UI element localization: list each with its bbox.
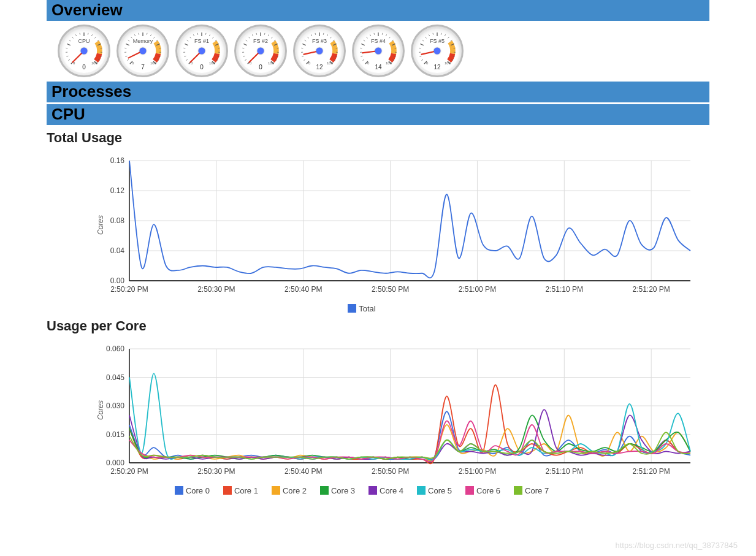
cpu-header: CPU [47,104,709,125]
svg-line-129 [374,33,375,35]
svg-line-108 [327,34,327,36]
overview-header: Overview [47,0,709,21]
chart-title-percore: Usage per Core [47,318,756,334]
svg-line-19 [98,59,100,61]
svg-line-90 [277,56,278,56]
gauge-value: 7 [118,64,167,70]
gauge-fs-5[interactable]: FS #5120100 [411,25,464,77]
svg-line-26 [125,56,127,56]
svg-line-73 [245,59,246,61]
svg-text:2:50:40 PM: 2:50:40 PM [284,467,322,476]
svg-line-9 [80,33,80,35]
legend-item[interactable]: Core 6 [465,486,500,495]
svg-line-2 [66,56,68,56]
gauge-row: CPU00100Memory70100FS #100100FS #200100F… [0,21,756,80]
svg-line-155 [441,33,441,35]
gauge-fs-2[interactable]: FS #200100 [234,25,287,77]
gauge-label: FS #5 [413,38,462,44]
legend-item[interactable]: Core 2 [272,486,307,495]
chart-per-core: Cores 0.0000.0150.0300.0450.0602:50:20 P… [47,337,756,484]
legend-item[interactable]: Core 0 [175,486,210,495]
svg-line-57 [197,33,198,35]
gauge-label: CPU [59,38,109,44]
svg-line-66 [218,56,220,56]
svg-text:2:50:50 PM: 2:50:50 PM [372,285,409,294]
gauge-value: 14 [354,64,403,70]
gauge-needle-cap [258,48,264,55]
svg-text:0.045: 0.045 [106,373,124,382]
svg-line-153 [433,33,433,35]
svg-line-115 [334,59,335,61]
gauge-needle-cap [140,48,147,55]
svg-text:2:51:20 PM: 2:51:20 PM [632,467,670,476]
legend-percore: Core 0Core 1Core 2Core 3Core 4Core 5Core… [61,486,662,495]
svg-line-81 [256,33,257,35]
svg-line-152 [429,34,429,36]
svg-line-163 [451,59,453,61]
svg-line-74 [243,56,245,56]
chart-title-total: Total Usage [47,130,756,146]
svg-text:0.04: 0.04 [110,246,125,255]
svg-text:2:50:30 PM: 2:50:30 PM [197,285,235,294]
gauge-fs-1[interactable]: FS #100100 [175,25,228,77]
svg-line-114 [335,56,337,56]
svg-text:2:50:30 PM: 2:50:30 PM [197,467,235,476]
ylabel-total: Cores [96,215,105,235]
svg-line-121 [362,59,364,61]
svg-line-145 [421,59,423,61]
svg-line-49 [186,59,188,61]
svg-line-25 [127,59,129,61]
svg-text:2:51:00 PM: 2:51:00 PM [459,285,496,294]
legend-item[interactable]: Core 3 [320,486,355,495]
svg-line-162 [453,56,455,56]
svg-line-80 [252,34,253,36]
gauge-label: FS #2 [236,38,285,44]
svg-line-8 [75,34,76,36]
svg-text:0.000: 0.000 [106,459,124,467]
processes-header: Processes [47,82,709,102]
chart-total-usage: Cores 0.000.040.080.120.162:50:20 PM2:50… [47,148,756,302]
gauge-memory[interactable]: Memory70100 [116,25,169,77]
svg-line-131 [382,33,383,35]
svg-text:2:51:20 PM: 2:51:20 PM [632,285,670,294]
gauge-value: 12 [295,64,344,70]
legend-item[interactable]: Total [348,304,375,313]
gauge-fs-4[interactable]: FS #4140100 [352,25,405,77]
svg-line-84 [268,34,269,36]
gauge-needle-cap [434,48,441,55]
svg-line-50 [184,56,186,56]
gauge-fs-3[interactable]: FS #3120100 [293,25,346,77]
svg-line-122 [361,56,362,56]
svg-text:2:51:00 PM: 2:51:00 PM [459,467,496,476]
legend-item[interactable]: Core 5 [417,486,452,495]
legend-item[interactable]: Core 1 [223,486,258,495]
svg-line-146 [419,56,421,56]
svg-line-128 [370,34,370,36]
gauge-value: 12 [413,64,462,70]
svg-text:2:51:10 PM: 2:51:10 PM [546,467,583,476]
gauge-needle-cap [316,48,323,55]
gauge-label: FS #3 [295,38,344,44]
svg-text:2:50:20 PM: 2:50:20 PM [110,467,148,476]
legend-total: Total [61,304,662,313]
svg-line-60 [209,34,210,36]
svg-line-98 [302,56,304,56]
svg-line-132 [386,34,386,36]
svg-line-139 [392,59,394,61]
gauge-needle-cap [375,48,382,55]
svg-line-56 [193,34,194,36]
svg-text:0.015: 0.015 [106,430,124,439]
legend-item[interactable]: Core 4 [368,486,403,495]
svg-line-12 [91,34,92,36]
gauge-label: Memory [118,38,167,44]
gauge-cpu[interactable]: CPU00100 [58,25,110,77]
legend-item[interactable]: Core 7 [514,486,549,495]
svg-line-91 [275,59,277,61]
gauge-value: 0 [59,64,109,70]
gauge-needle-cap [199,48,205,55]
gauge-value: 0 [177,64,226,70]
svg-text:0.16: 0.16 [110,156,125,165]
svg-line-43 [157,59,159,61]
svg-line-18 [100,56,102,56]
svg-line-107 [323,33,324,35]
